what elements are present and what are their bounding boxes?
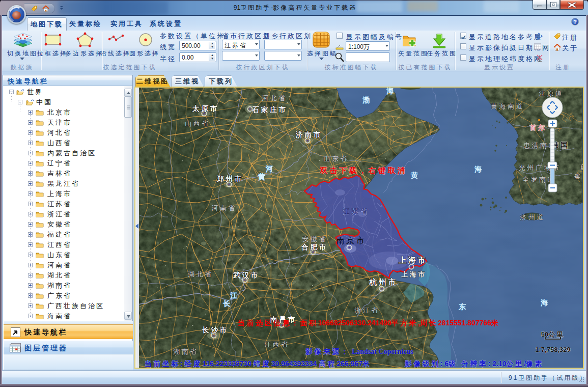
svg-text:江苏省: 江苏省: [343, 207, 370, 215]
svg-text:首尔: 首尔: [529, 124, 547, 131]
svg-text:郑州市: 郑州市: [216, 175, 244, 183]
svg-text:双击下载，右键取消: 双击下载，右键取消: [320, 166, 407, 175]
svg-text:黄: 黄: [258, 173, 267, 181]
svg-text:合肥市: 合肥市: [301, 243, 328, 251]
svg-text:武汉市: 武汉市: [233, 271, 260, 279]
svg-text:南京市: 南京市: [337, 236, 367, 245]
svg-text:河南省: 河南省: [211, 204, 237, 212]
svg-text:济州道: 济州道: [520, 213, 545, 221]
svg-text:蔚: 蔚: [580, 163, 583, 171]
svg-text:50公里: 50公里: [541, 330, 565, 338]
svg-text:浙江省: 浙江省: [354, 307, 380, 314]
svg-text:长沙市: 长沙市: [202, 326, 229, 334]
svg-text:太原市: 太原市: [192, 104, 219, 113]
svg-text:影像级别: 6级 分辨率: 2.10公里/像素: 影像级别: 6级 分辨率: 2.10公里/像素: [404, 360, 544, 368]
svg-text:山东省: 山东省: [323, 155, 349, 162]
svg-text:山西省: 山西省: [185, 120, 210, 127]
svg-text:济南市: 济南市: [295, 130, 323, 139]
svg-text:海: 海: [540, 298, 550, 307]
svg-text:石家庄市: 石家庄市: [251, 105, 288, 114]
svg-text:当前选区信息：面积106682506330.241490平方: 当前选区信息：面积106682506330.241490平方米,周长281555…: [238, 319, 500, 327]
svg-text:安徽省: 安徽省: [302, 235, 327, 243]
svg-text:杭州市: 杭州市: [369, 278, 398, 286]
svg-text:黄海南道: 黄海南道: [491, 102, 524, 110]
svg-text:1:7,758,329: 1:7,758,329: [535, 346, 570, 353]
svg-text:渤: 渤: [362, 96, 372, 104]
svg-text:黄: 黄: [410, 171, 420, 179]
svg-text:上海市: 上海市: [401, 270, 427, 278]
svg-text:海: 海: [474, 165, 484, 173]
svg-text:河北省: 河北省: [262, 94, 287, 102]
svg-text:江西省: 江西省: [264, 341, 290, 348]
svg-text:江原道: 江原道: [539, 90, 564, 97]
svg-text:影像来源： Landsat Copernicus: 影像来源： Landsat Copernicus: [305, 347, 414, 355]
svg-text:海: 海: [386, 88, 396, 95]
svg-text:湖南省: 湖南省: [173, 348, 199, 355]
svg-text:东: 东: [458, 302, 468, 311]
svg-text:上海市: 上海市: [398, 256, 427, 264]
svg-text:湖北省: 湖北省: [188, 270, 213, 278]
svg-text:长: 长: [222, 299, 232, 308]
svg-text:当前坐标: 经度116.223338730 纬度30.964: 当前坐标: 经度116.223338730 纬度30.964393334 高程2…: [145, 360, 372, 368]
svg-text:河: 河: [265, 164, 275, 173]
svg-text:釜山: 釜山: [574, 173, 583, 180]
svg-text:江: 江: [230, 291, 239, 299]
